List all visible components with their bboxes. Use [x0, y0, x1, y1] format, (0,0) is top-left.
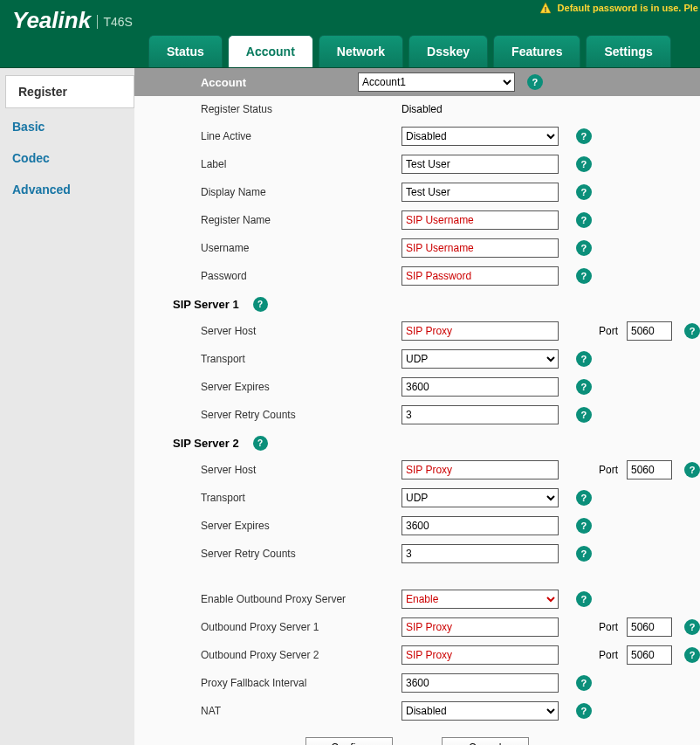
help-icon[interactable]: ?: [576, 591, 592, 607]
help-icon[interactable]: ?: [576, 407, 592, 423]
help-icon[interactable]: ?: [576, 351, 592, 367]
help-icon[interactable]: ?: [576, 675, 592, 691]
sip2-expires-input[interactable]: [401, 516, 559, 535]
sidebar-item-basic[interactable]: Basic: [0, 111, 134, 142]
row-register-name: Register Name ?: [134, 206, 700, 234]
account-title: Account: [201, 76, 358, 89]
sip1-transport-select[interactable]: UDP: [401, 349, 559, 369]
tab-status[interactable]: Status: [148, 35, 223, 67]
help-icon[interactable]: ?: [576, 546, 592, 562]
tab-dsskey[interactable]: Dsskey: [408, 35, 488, 67]
sip1-retry-input[interactable]: [401, 405, 559, 424]
label-input[interactable]: [401, 155, 559, 174]
sip2-retry-input[interactable]: [401, 544, 559, 563]
help-icon[interactable]: ?: [684, 619, 700, 635]
nat-label: NAT: [201, 705, 401, 717]
help-icon[interactable]: ?: [576, 212, 592, 228]
row-fallback: Proxy Fallback Interval ?: [134, 669, 700, 697]
sidebar-item-advanced[interactable]: Advanced: [0, 174, 134, 205]
help-icon[interactable]: ?: [576, 184, 592, 200]
username-label: Username: [201, 242, 401, 254]
sip2-host-input[interactable]: [401, 460, 559, 479]
warning-text: Default password is in use. Ple: [558, 3, 698, 13]
outbound-server1-port-input[interactable]: [627, 617, 672, 637]
button-row: Confirm Cancel: [134, 725, 700, 745]
row-username: Username ?: [134, 234, 700, 262]
outbound-server1-input[interactable]: [401, 617, 559, 637]
help-icon[interactable]: ?: [527, 74, 543, 90]
help-icon[interactable]: ?: [576, 268, 592, 284]
help-icon[interactable]: ?: [576, 379, 592, 395]
row-sip2-expires: Server Expires ?: [134, 512, 700, 540]
sip2-expires-label: Server Expires: [201, 520, 401, 532]
warning-banner: ! Default password is in use. Ple: [539, 2, 698, 16]
help-icon[interactable]: ?: [253, 436, 268, 451]
help-icon[interactable]: ?: [684, 647, 700, 663]
help-icon[interactable]: ?: [576, 518, 592, 534]
row-outbound-server2: Outbound Proxy Server 2 Port ?: [134, 641, 700, 669]
sip1-host-input[interactable]: [401, 321, 559, 341]
content-area: Account Account1 ? Register Status Disab…: [134, 68, 700, 745]
register-name-input[interactable]: [401, 210, 559, 230]
fallback-input[interactable]: [401, 673, 559, 693]
help-icon[interactable]: ?: [576, 128, 592, 144]
warning-icon: !: [539, 2, 552, 16]
outbound-server1-label: Outbound Proxy Server 1: [201, 621, 401, 633]
sip-server-2-title: SIP Server 2: [173, 437, 239, 450]
sip1-transport-label: Transport: [201, 353, 401, 365]
line-active-select[interactable]: Disabled: [401, 127, 559, 146]
sip-server-1-header: SIP Server 1 ?: [134, 290, 700, 317]
row-sip1-retry: Server Retry Counts ?: [134, 401, 700, 429]
help-icon[interactable]: ?: [253, 297, 268, 312]
account-select[interactable]: Account1: [358, 72, 515, 92]
row-register-status: Register Status Disabled: [134, 96, 700, 122]
sip1-host-label: Server Host: [201, 325, 401, 337]
model-label: T46S: [97, 15, 132, 29]
sip-server-2-header: SIP Server 2 ?: [134, 429, 700, 456]
tab-features[interactable]: Features: [493, 35, 580, 67]
tab-settings[interactable]: Settings: [586, 35, 670, 67]
section-header: Account Account1 ?: [134, 68, 700, 96]
display-name-label: Display Name: [201, 186, 401, 198]
sip1-port-input[interactable]: [627, 321, 672, 341]
sip2-host-label: Server Host: [201, 464, 401, 476]
row-password: Password ?: [134, 262, 700, 290]
outbound-server2-input[interactable]: [401, 645, 559, 665]
register-status-value: Disabled: [401, 103, 443, 115]
sip2-port-label: Port: [599, 464, 618, 476]
outbound-enable-select[interactable]: Enable: [401, 590, 559, 609]
sip1-port-label: Port: [599, 325, 618, 337]
sip2-port-input[interactable]: [627, 460, 672, 479]
help-icon[interactable]: ?: [576, 156, 592, 172]
sidebar: Register Basic Codec Advanced: [0, 68, 134, 745]
help-icon[interactable]: ?: [576, 240, 592, 256]
main-area: Register Basic Codec Advanced Account Ac…: [0, 68, 700, 745]
sip1-expires-input[interactable]: [401, 377, 559, 397]
outbound-enable-label: Enable Outbound Proxy Server: [201, 593, 401, 605]
row-nat: NAT Disabled ?: [134, 697, 700, 725]
tab-network[interactable]: Network: [319, 35, 403, 67]
row-sip2-transport: Transport UDP ?: [134, 484, 700, 512]
register-name-label: Register Name: [201, 214, 401, 226]
label-label: Label: [201, 158, 401, 170]
help-icon[interactable]: ?: [684, 323, 700, 339]
tab-account[interactable]: Account: [228, 35, 313, 67]
register-status-label: Register Status: [201, 103, 401, 115]
username-input[interactable]: [401, 238, 559, 258]
sidebar-item-codec[interactable]: Codec: [0, 142, 134, 174]
main-tabs: Status Account Network Dsskey Features S…: [148, 35, 671, 67]
brand-logo: Yealink: [12, 7, 91, 33]
sidebar-item-register[interactable]: Register: [5, 75, 134, 108]
outbound-server2-label: Outbound Proxy Server 2: [201, 649, 401, 661]
display-name-input[interactable]: [401, 183, 559, 202]
help-icon[interactable]: ?: [576, 490, 592, 506]
help-icon[interactable]: ?: [684, 462, 700, 478]
help-icon[interactable]: ?: [576, 703, 592, 719]
sip1-expires-label: Server Expires: [201, 381, 401, 393]
password-input[interactable]: [401, 266, 559, 286]
cancel-button[interactable]: Cancel: [442, 737, 529, 745]
confirm-button[interactable]: Confirm: [305, 737, 393, 745]
sip2-transport-select[interactable]: UDP: [401, 488, 559, 507]
outbound-server2-port-input[interactable]: [627, 645, 672, 665]
nat-select[interactable]: Disabled: [401, 701, 559, 721]
